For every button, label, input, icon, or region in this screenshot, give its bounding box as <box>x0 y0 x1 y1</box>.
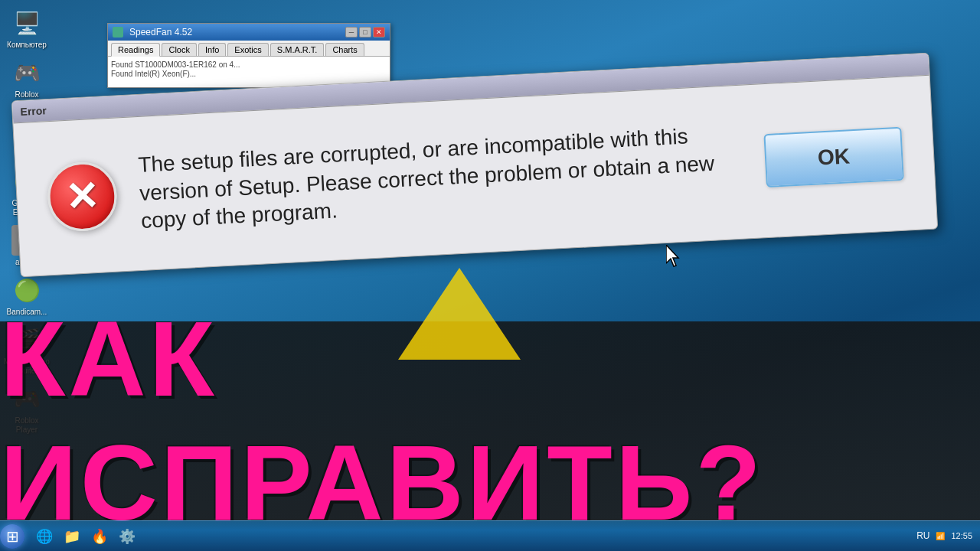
minimize-button[interactable]: ─ <box>345 27 358 37</box>
computer-icon-label: Компьютер <box>7 41 47 50</box>
error-x-icon: ✕ <box>64 176 100 217</box>
taskbar-time-display: 12:55 <box>951 530 972 541</box>
start-button[interactable]: ⊞ <box>0 524 24 549</box>
tab-smart[interactable]: S.M.A.R.T. <box>270 43 325 56</box>
tab-clock[interactable]: Clock <box>162 43 197 56</box>
taskbar: ⊞ 🌐 📁 🔥 ⚙️ RU 📶 12:55 <box>0 520 980 551</box>
taskbar-language: RU <box>916 530 929 541</box>
taskbar-settings-icon[interactable]: ⚙️ <box>115 524 139 549</box>
taskbar-system-tray: 📶 <box>936 532 945 540</box>
error-message: The setup files are corrupted, or are in… <box>138 120 745 235</box>
tab-exotics[interactable]: Exotics <box>227 43 268 56</box>
tab-info[interactable]: Info <box>198 43 226 56</box>
close-button[interactable]: ✕ <box>373 27 385 37</box>
taskbar-right: RU 📶 12:55 <box>916 530 980 541</box>
roblox-studio-icon: 🎮 <box>11 57 42 88</box>
taskbar-firefox-icon[interactable]: 🔥 <box>87 524 112 549</box>
speedfan-app-icon <box>113 27 123 37</box>
error-icon-circle: ✕ <box>46 161 119 233</box>
computer-icon: 🖥️ <box>11 8 42 38</box>
desktop-icon-bandicam[interactable]: 🟢 Bandicam... <box>4 275 50 317</box>
log-line-2: Found Intel(R) Xeon(F)... <box>111 70 387 78</box>
taskbar-ie-icon[interactable]: 🌐 <box>32 524 57 549</box>
speedfan-window: SpeedFan 4.52 ─ □ ✕ Readings Clock Info … <box>107 23 390 88</box>
bandicam-label: Bandicam... <box>7 308 47 317</box>
taskbar-folder-icon[interactable]: 📁 <box>60 524 84 549</box>
tab-readings[interactable]: Readings <box>111 43 160 57</box>
tab-charts[interactable]: Charts <box>325 43 364 56</box>
signal-icon: 📶 <box>936 532 945 540</box>
speedfan-title: SpeedFan 4.52 <box>129 27 192 37</box>
log-line-1: Found ST1000DM003-1ER162 on 4... <box>111 60 387 69</box>
speedfan-titlebar: SpeedFan 4.52 ─ □ ✕ <box>108 24 390 41</box>
desktop-icon-computer[interactable]: 🖥️ Компьютер <box>4 8 50 50</box>
bandicam-icon: 🟢 <box>11 275 42 305</box>
taskbar-clock: 12:55 <box>951 530 972 541</box>
titlebar-buttons: ─ □ ✕ <box>345 27 385 37</box>
ok-button[interactable]: OK <box>763 127 903 187</box>
maximize-button[interactable]: □ <box>359 27 371 37</box>
speedfan-tabs: Readings Clock Info Exotics S.M.A.R.T. C… <box>108 41 390 57</box>
error-title: Error <box>20 104 47 118</box>
taskbar-items: 🌐 📁 🔥 ⚙️ <box>24 524 916 549</box>
